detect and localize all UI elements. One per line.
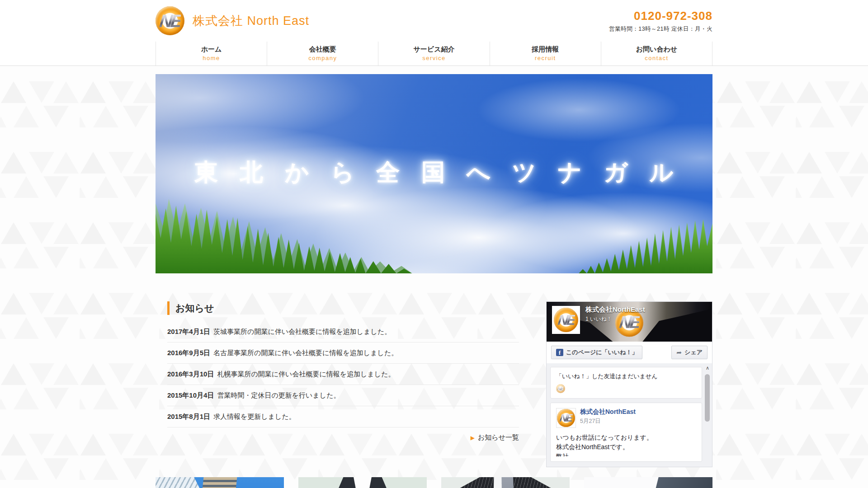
thumbnail-office-buildings[interactable] <box>156 477 284 488</box>
nav-contact-sublabel: contact <box>601 55 712 61</box>
nav-home-sublabel: home <box>156 55 267 61</box>
facebook-like-button[interactable]: f このページに「いいね！」 <box>551 346 642 359</box>
news-date: 2016年9月5日 <box>167 349 210 357</box>
news-text: 茨城事業所の開業に伴い会社概要に情報を追加しました。 <box>213 328 391 335</box>
feature-thumbnails <box>156 477 712 488</box>
hero-headline: 東北から全国へツナガル <box>156 157 712 188</box>
no-friends-text: 「いいね！」した友達はまだいません <box>556 372 696 380</box>
facebook-post-card: NE 株式会社NorthEast 5月27日 いつもお世話になっております。 株… <box>550 403 702 462</box>
news-item[interactable]: 2017年4月1日茨城事業所の開業に伴い会社概要に情報を追加しました。 <box>167 321 519 343</box>
news-section: お知らせ 2017年4月1日茨城事業所の開業に伴い会社概要に情報を追加しました。… <box>167 301 519 442</box>
nav-home-label: ホーム <box>156 45 267 54</box>
facebook-feed: 「いいね！」した友達はまだいません NE NE 株式会社NorthEast <box>547 363 712 467</box>
thumbnail-laptop[interactable] <box>584 477 712 488</box>
post-text-line: 株式会社NorthEastです。 <box>556 442 696 452</box>
news-item[interactable]: 2015年8月1日求人情報を更新しました。 <box>167 406 519 427</box>
news-arrow-icon: ▶ <box>471 435 475 441</box>
nav-company-sublabel: company <box>267 55 378 61</box>
nav-item-company[interactable]: 会社概要 company <box>267 42 378 66</box>
main-nav: ホーム home 会社概要 company サービス紹介 service 採用情… <box>0 42 868 66</box>
phone-number: 0120-972-308 <box>609 9 712 23</box>
mini-avatar: NE <box>556 384 565 393</box>
news-text: 営業時間・定休日の更新を行いました。 <box>217 391 340 399</box>
thumbnail-businessperson[interactable] <box>298 477 427 488</box>
nav-service-label: サービス紹介 <box>378 45 489 54</box>
news-text: 名古屋事業所の開業に伴い会社概要に情報を追加しました。 <box>213 349 398 357</box>
facebook-cover-photo: NE NE 株式会社NorthEast 1 いいね！ <box>547 302 712 342</box>
scroll-up-icon[interactable]: ∧ <box>704 365 711 371</box>
news-item[interactable]: 2016年9月5日名古屋事業所の開業に伴い会社概要に情報を追加しました。 <box>167 343 519 364</box>
nav-company-label: 会社概要 <box>267 45 378 54</box>
news-more-link[interactable]: お知らせ一覧 <box>478 433 519 441</box>
business-hours: 営業時間：13時～21時 定休日：月・火 <box>609 25 712 33</box>
tie-shape <box>441 477 570 488</box>
nav-item-home[interactable]: ホーム home <box>156 42 267 66</box>
post-text-line: いつもお世話になっております。 <box>556 433 696 442</box>
thumbnail-businessperson-tie[interactable] <box>441 477 570 488</box>
site-title: 株式会社 North East <box>193 13 309 29</box>
share-icon: ➦ <box>676 349 682 356</box>
building-shape <box>195 477 237 488</box>
facebook-profile-picture[interactable]: NE <box>552 306 580 334</box>
screen-shape <box>584 477 712 488</box>
news-date: 2015年10月4日 <box>167 391 214 399</box>
post-date: 5月27日 <box>580 418 636 425</box>
nav-contact-label: お問い合わせ <box>601 45 712 54</box>
logo-ne-letters: NE <box>159 11 182 31</box>
nav-recruit-sublabel: recruit <box>490 55 601 61</box>
nav-service-sublabel: service <box>378 55 489 61</box>
scrollbar-thumb[interactable] <box>705 374 710 422</box>
facebook-friends-card: 「いいね！」した友達はまだいません NE <box>550 367 702 399</box>
nav-item-contact[interactable]: お問い合わせ contact <box>601 42 712 66</box>
feed-scrollbar[interactable]: ∧ <box>704 365 711 465</box>
news-date: 2017年4月1日 <box>167 328 210 335</box>
news-item[interactable]: 2016年3月10日札幌事業所の開業に伴い会社概要に情報を追加しました。 <box>167 364 519 385</box>
news-title: お知らせ <box>167 301 519 315</box>
shirt-shape <box>298 477 427 488</box>
facebook-page-name[interactable]: 株式会社NorthEast <box>585 305 645 314</box>
nav-item-service[interactable]: サービス紹介 service <box>378 42 489 66</box>
facebook-share-button[interactable]: ➦ シェア <box>671 346 708 359</box>
hero-banner: 東北から全国へツナガル <box>156 74 712 273</box>
news-text: 求人情報を更新しました。 <box>213 413 296 420</box>
news-date: 2016年3月10日 <box>167 370 214 378</box>
nav-item-recruit[interactable]: 採用情報 recruit <box>490 42 601 66</box>
news-date: 2015年8月1日 <box>167 413 210 420</box>
news-item[interactable]: 2015年10月4日営業時間・定休日の更新を行いました。 <box>167 385 519 406</box>
post-text-line-truncated: 弊社... <box>556 452 696 456</box>
news-text: 札幌事業所の開業に伴い会社概要に情報を追加しました。 <box>217 370 395 378</box>
nav-recruit-label: 採用情報 <box>490 45 601 54</box>
facebook-like-count: 1 いいね！ <box>585 315 612 323</box>
post-author-link[interactable]: 株式会社NorthEast <box>580 408 636 416</box>
facebook-page-plugin: NE NE 株式会社NorthEast 1 いいね！ f このページに「いいね！… <box>546 301 712 467</box>
header-contact: 0120-972-308 営業時間：13時～21時 定休日：月・火 <box>609 9 712 33</box>
facebook-icon: f <box>556 349 563 356</box>
site-header: NE 株式会社 North East 0120-972-308 営業時間：13時… <box>0 0 868 42</box>
company-logo[interactable]: NE <box>156 6 184 35</box>
post-avatar[interactable]: NE <box>556 408 576 428</box>
